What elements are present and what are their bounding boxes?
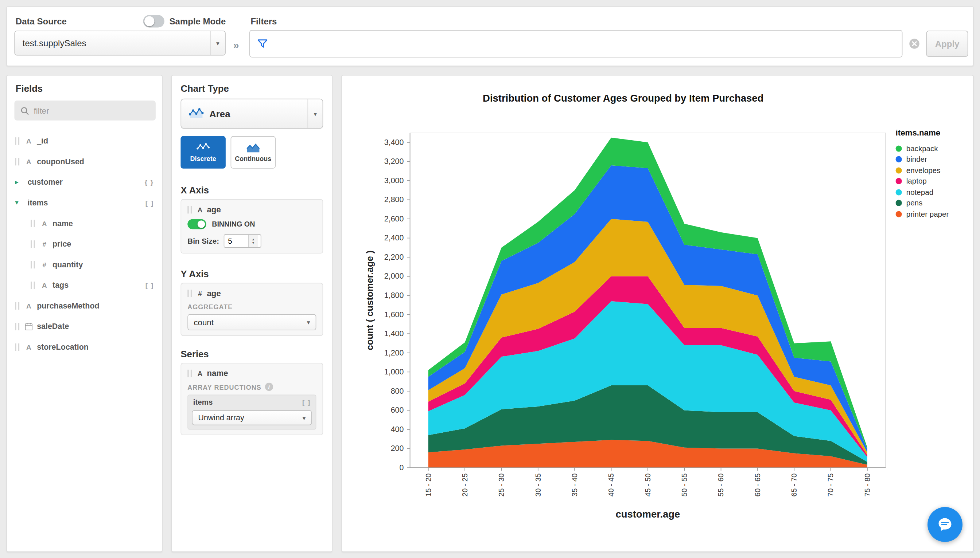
y-axis-label: count ( customer.age ) (364, 133, 378, 468)
info-icon[interactable]: i (265, 383, 273, 391)
string-type-icon: A (25, 137, 33, 144)
intercom-launcher[interactable] (927, 507, 962, 542)
x-axis-field-box: A age BINNING ON Bin Size: ▴▾ (181, 199, 323, 253)
y-axis-field-box: # age AGGREGATE count ▾ (181, 283, 323, 336)
encoding-panel: Chart Type Area ▾ Discrete Continuous X … (171, 75, 333, 552)
svg-text:60 - 65: 60 - 65 (753, 473, 762, 496)
legend-swatch (896, 156, 902, 162)
chevron-down-icon[interactable]: ▾ (15, 199, 23, 207)
continuous-button[interactable]: Continuous (231, 136, 276, 169)
filters-row: Apply (249, 30, 968, 58)
number-type-icon: # (40, 261, 49, 268)
legend-swatch (896, 178, 902, 184)
legend-label: pens (906, 199, 923, 208)
legend-item-binder: binder (896, 154, 972, 165)
svg-text:65 - 70: 65 - 70 (790, 473, 798, 496)
chevron-down-icon: ▾ (216, 40, 219, 47)
field-name: price (53, 239, 71, 248)
app-window: Data Source Sample Mode test.supplySales… (0, 0, 980, 558)
array-reductions-label: ARRAY REDUCTIONS (188, 383, 262, 391)
svg-text:2,800: 2,800 (384, 195, 404, 204)
search-icon (21, 107, 29, 114)
caret-box: ▾ (210, 31, 225, 55)
filters-input[interactable] (274, 39, 894, 48)
y-axis-field[interactable]: # age (188, 289, 316, 298)
discrete-button[interactable]: Discrete (181, 136, 225, 169)
x-axis-label: customer.age (410, 509, 886, 520)
field-name: purchaseMethod (37, 301, 99, 310)
filters-label: Filters (250, 16, 277, 26)
svg-text:200: 200 (391, 444, 404, 453)
sample-mode-toggle[interactable] (143, 15, 165, 27)
series-field-box: A name ARRAY REDUCTIONS i items [ ] Unwi… (181, 363, 323, 435)
chart-type-select[interactable]: Area ▾ (181, 99, 323, 128)
chat-bubble-icon (937, 517, 954, 533)
legend-label: laptop (906, 177, 927, 186)
string-type-icon: A (196, 206, 204, 213)
svg-text:30 - 35: 30 - 35 (534, 473, 542, 496)
toggle-knob (144, 16, 154, 26)
legend-item-pens: pens (896, 198, 972, 209)
bin-size-input[interactable] (224, 235, 248, 247)
field-name: customer (27, 178, 63, 187)
data-source-select[interactable]: test.supplySales ▾ (14, 31, 225, 56)
svg-text:2,000: 2,000 (384, 272, 404, 281)
unwind-array-select[interactable]: Unwind array ▾ (192, 410, 312, 425)
drag-handle-icon (15, 322, 19, 330)
svg-text:45 - 50: 45 - 50 (644, 473, 652, 496)
apply-button[interactable]: Apply (926, 31, 968, 57)
svg-text:20 - 25: 20 - 25 (461, 473, 469, 496)
drag-handle-icon (188, 290, 192, 297)
svg-text:3,200: 3,200 (384, 157, 404, 166)
chevron-down-icon: ▾ (307, 319, 310, 326)
field-item-quantity[interactable]: #quantity (7, 254, 162, 275)
drag-handle-icon (188, 369, 192, 377)
svg-text:55 - 60: 55 - 60 (716, 473, 725, 496)
aggregate-select[interactable]: count ▾ (188, 314, 316, 330)
filter-funnel-icon (257, 39, 267, 48)
legend-swatch (896, 145, 902, 151)
drag-handle-icon (188, 206, 192, 213)
filter-bar[interactable] (249, 30, 903, 57)
area-chart-icon (189, 108, 204, 120)
series-field[interactable]: A name (188, 368, 316, 378)
collapse-chevron-icon[interactable]: » (233, 39, 239, 52)
svg-text:2,600: 2,600 (384, 215, 404, 223)
toggle-knob (198, 220, 205, 228)
svg-text:2,400: 2,400 (384, 233, 404, 242)
field-name: tags (53, 281, 69, 290)
top-toolbar: Data Source Sample Mode test.supplySales… (6, 6, 974, 66)
series-field-name: name (207, 368, 228, 378)
svg-text:1,000: 1,000 (384, 368, 404, 376)
field-item-purchaseMethod[interactable]: ApurchaseMethod (7, 295, 162, 316)
svg-text:600: 600 (391, 406, 404, 415)
field-item-_id[interactable]: A_id (7, 130, 162, 151)
clear-filters-icon[interactable] (909, 38, 920, 49)
field-item-items[interactable]: ▾items[ ] (7, 192, 162, 213)
field-item-name[interactable]: Aname (7, 213, 162, 234)
string-type-icon: A (40, 220, 49, 227)
stepper-arrows-icon[interactable]: ▴▾ (248, 235, 258, 247)
svg-text:1,200: 1,200 (384, 349, 404, 357)
continuous-chart-icon (246, 143, 260, 153)
chevron-right-icon[interactable]: ▸ (15, 178, 23, 186)
field-item-storeLocation[interactable]: AstoreLocation (7, 336, 162, 357)
series-title: Series (181, 349, 323, 359)
field-item-couponUsed[interactable]: AcouponUsed (7, 151, 162, 172)
field-name: storeLocation (37, 342, 89, 351)
chart-type-value: Area (209, 108, 230, 119)
data-source-label: Data Source (16, 16, 67, 26)
x-axis-field[interactable]: A age (188, 205, 316, 214)
field-item-saleDate[interactable]: saleDate (7, 316, 162, 336)
legend-title: items.name (896, 128, 972, 137)
field-item-customer[interactable]: ▸customer{ } (7, 172, 162, 192)
binning-toggle[interactable] (188, 219, 206, 229)
field-item-tags[interactable]: Atags[ ] (7, 275, 162, 295)
field-item-price[interactable]: #price (7, 233, 162, 254)
string-type-icon: A (25, 158, 33, 165)
legend-label: notepad (906, 188, 933, 197)
fields-filter-input[interactable] (34, 106, 150, 115)
binning-label: BINNING ON (212, 220, 255, 228)
svg-text:400: 400 (391, 425, 404, 434)
legend-items: backpackbinderenvelopeslaptopnotepadpens… (896, 143, 972, 220)
